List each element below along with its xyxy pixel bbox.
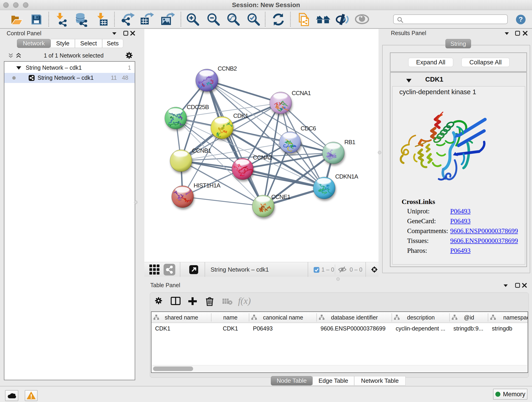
results-panel-close-icon[interactable]: [523, 31, 528, 36]
fit-selected-crosshair-icon[interactable]: [371, 266, 378, 273]
network-node-CDK1[interactable]: CDK1: [211, 112, 248, 139]
results-panel-float-icon[interactable]: [515, 31, 520, 36]
table-cell[interactable]: CDK1: [211, 325, 249, 332]
column-header-description[interactable]: description: [392, 312, 450, 323]
zoom-in-icon[interactable]: [185, 12, 201, 27]
expand-all-button[interactable]: Expand All: [408, 58, 453, 67]
network-row[interactable]: String Network – cdk1 11 48: [4, 73, 135, 83]
table-cell[interactable]: CDK1: [155, 325, 171, 332]
network-node-CCNA1[interactable]: CCNA1: [270, 89, 311, 114]
table-cell[interactable]: 9606.ENSP00000378699: [321, 325, 386, 332]
network-node-CDKN1A[interactable]: CDKN1A: [313, 173, 358, 199]
import-network-from-database-icon[interactable]: [74, 12, 89, 27]
copy-icon[interactable]: [296, 12, 311, 27]
memory-status-button[interactable]: Memory: [493, 389, 527, 400]
column-header-canonical-name[interactable]: canonical name: [249, 312, 317, 323]
table-panel-float-icon[interactable]: [515, 283, 520, 288]
crosslink-link[interactable]: 9606.ENSP00000378699: [450, 227, 518, 235]
network-share-badge-icon[interactable]: [164, 264, 175, 275]
table-panel-close-icon[interactable]: [522, 283, 527, 288]
selected-counts: 1 – 0: [322, 266, 334, 273]
function-builder-icon[interactable]: f(x): [238, 295, 251, 306]
birdseye-grid-icon[interactable]: [149, 264, 160, 275]
zoom-fit-content-icon[interactable]: [226, 12, 241, 27]
control-panel-close-icon[interactable]: [130, 31, 135, 36]
control-panel-float-icon[interactable]: [123, 31, 128, 36]
network-edge[interactable]: [183, 197, 263, 206]
save-session-icon[interactable]: [29, 12, 44, 27]
table-options-gear-icon[interactable]: [155, 297, 162, 305]
network-node-HIST1H1A[interactable]: HIST1H1A: [172, 182, 221, 208]
network-collection-row[interactable]: String Network – cdk1 1: [4, 63, 135, 73]
network-selection-status: 1 of 1 Network selected: [4, 52, 135, 59]
tab-sets[interactable]: Sets: [102, 39, 123, 48]
export-network-icon[interactable]: [120, 12, 135, 27]
network-status-dot-icon: [12, 76, 16, 80]
split-columns-icon[interactable]: [171, 297, 181, 305]
table-cell[interactable]: stringdb:9...: [453, 325, 483, 332]
tab-style[interactable]: Style: [51, 39, 75, 48]
network-options-gear-icon[interactable]: [125, 51, 133, 59]
delete-row-trash-icon[interactable]: [205, 297, 214, 306]
network-graph[interactable]: CCNB2CCNA1CDC25BCDK1CDC6RB1CCNB1CCNA2CDK…: [144, 29, 379, 262]
entry-expander-icon[interactable]: [406, 79, 412, 83]
zoom-selected-icon[interactable]: [246, 12, 261, 27]
toolbar-search-field[interactable]: [393, 14, 508, 24]
network-node-RB1[interactable]: RB1: [322, 139, 355, 164]
scrollbar-thumb[interactable]: [153, 366, 193, 371]
vertical-splitter-grip[interactable]: [134, 201, 138, 204]
tab-network-table[interactable]: Network Table: [354, 376, 405, 385]
help-icon[interactable]: ?: [513, 12, 528, 27]
selected-checkbox-icon[interactable]: [314, 267, 319, 273]
network-edge[interactable]: [207, 80, 281, 103]
network-node-CDC6[interactable]: CDC6: [279, 125, 316, 153]
export-table-icon[interactable]: [139, 12, 154, 27]
table-cell[interactable]: P06493: [253, 325, 273, 332]
network-canvas[interactable]: CCNB2CCNA1CDC25BCDK1CDC6RB1CCNB1CCNA2CDK…: [144, 29, 379, 262]
table-cell[interactable]: stringdb: [492, 325, 512, 332]
tab-string[interactable]: String: [445, 39, 471, 48]
open-in-new-window-icon[interactable]: [189, 265, 198, 274]
show-home-icon[interactable]: [316, 12, 331, 27]
hide-selected-icon[interactable]: [335, 12, 350, 27]
refresh-icon[interactable]: [271, 12, 286, 27]
table-cell[interactable]: cyclin-dependent ...: [396, 325, 445, 332]
export-image-icon[interactable]: [160, 12, 175, 27]
search-input[interactable]: [404, 15, 505, 23]
results-panel-menu-icon[interactable]: [505, 32, 509, 35]
network-label: String Network – cdk1: [38, 75, 94, 81]
delete-table-icon[interactable]: [222, 298, 233, 305]
show-eye-icon[interactable]: [355, 12, 370, 27]
open-session-icon[interactable]: [9, 12, 24, 27]
column-header-namespace[interactable]: namespace: [488, 312, 528, 323]
network-node-CCNE1[interactable]: CCNE1: [252, 193, 291, 217]
crosslink-link[interactable]: P06493: [450, 207, 471, 215]
column-header-database-identifier[interactable]: database identifier: [317, 312, 392, 323]
hidden-eye-icon[interactable]: [338, 266, 346, 273]
crosslink-link[interactable]: 9606.ENSP00000378699: [450, 237, 518, 245]
tab-node-table[interactable]: Node Table: [271, 376, 312, 385]
tab-edge-table[interactable]: Edge Table: [312, 376, 354, 385]
warning-status-button[interactable]: [25, 390, 38, 401]
cloud-status-button[interactable]: [5, 390, 18, 401]
table-panel-menu-icon[interactable]: [503, 284, 508, 287]
column-header--id[interactable]: @id: [450, 312, 488, 323]
crosslink-link[interactable]: P06493: [450, 217, 471, 225]
horizontal-splitter-grip[interactable]: [336, 277, 340, 281]
collapse-all-button[interactable]: Collapse All: [462, 58, 510, 67]
column-header-name[interactable]: name: [211, 312, 249, 323]
tab-network[interactable]: Network: [17, 39, 51, 48]
toolbar-separator: [114, 12, 115, 27]
import-table-from-file-icon[interactable]: [95, 12, 110, 27]
tab-select[interactable]: Select: [75, 39, 102, 48]
column-header-shared-name[interactable]: shared name: [152, 312, 211, 323]
collection-expander-icon[interactable]: [16, 66, 22, 70]
import-network-from-file-icon[interactable]: [54, 12, 69, 27]
control-panel-menu-icon[interactable]: [112, 32, 117, 35]
zoom-out-icon[interactable]: [206, 12, 221, 27]
crosslink-label: Uniprot:: [407, 207, 430, 215]
table-horizontal-scrollbar[interactable]: [152, 365, 527, 372]
crosslink-link[interactable]: P06493: [450, 247, 471, 254]
results-splitter-grip[interactable]: [378, 151, 381, 154]
add-column-icon[interactable]: [188, 297, 197, 306]
